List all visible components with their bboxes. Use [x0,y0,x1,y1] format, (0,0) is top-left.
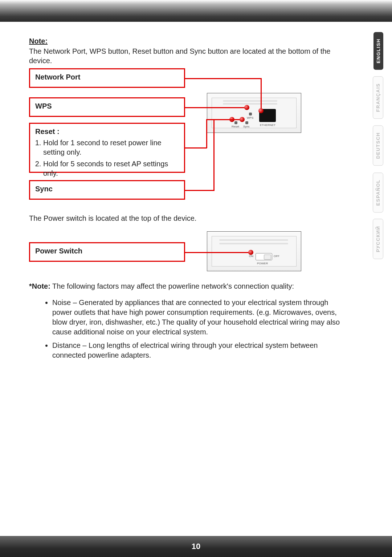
lang-tab-russian[interactable]: РУССКИЙ [373,219,383,259]
top-gradient-bar [0,0,392,22]
wps-tiny-label: WPS [247,116,253,119]
marker-dot-power [248,250,253,255]
note-body: The Network Port, WPS button, Reset butt… [29,46,341,65]
device-top-photo: ON OFF POWER [207,231,301,271]
wps-button-icon [249,113,252,115]
callout-power-switch-label: Power Switch [35,247,179,255]
callout-wps-label: WPS [35,102,179,110]
marker-dot-wps [244,105,249,110]
callout-reset-item1: Hold for 1 second to reset power line se… [43,138,179,157]
power-intro: The Power switch is located at the top o… [29,214,341,223]
power-section: The Power switch is located at the top o… [29,214,341,364]
callout-sync-label: Sync [35,185,179,193]
device-top-panel: ON OFF POWER [212,236,297,267]
page-number: 10 [192,542,200,551]
marker-dot-network-port [258,108,264,113]
lang-tab-francais[interactable]: FRANÇAIS [373,76,383,119]
footnote-lead-rest: The following factors may affect the pow… [50,282,294,290]
on-label: ON [249,255,253,258]
callout-power-switch: Power Switch [29,242,185,262]
callout-sync: Sync [29,180,185,200]
callout-reset: Reset : Hold for 1 second to reset power… [29,123,185,173]
lang-tab-espanol[interactable]: ESPAÑOL [373,172,383,212]
callout-network-port-label: Network Port [35,73,179,81]
callout-reset-item2: Hold for 5 seconds to reset AP settings … [43,159,179,178]
marker-dot-sync [240,117,245,122]
reset-tiny-label: Reset [232,125,239,128]
ethernet-label: ETHERNET [260,123,275,127]
footnote-bullets: Noise – Generated by appliances that are… [29,298,341,360]
device-bottom-photo: ETHERNET WPS Reset Sync [207,93,301,133]
footnote-lead: *Note: The following factors may affect … [29,282,341,290]
language-tabs: ENGLISH FRANÇAIS DEUTSCH ESPAÑOL РУССКИЙ [373,32,383,259]
note-block: Note: The Network Port, WPS button, Rese… [29,36,341,66]
callout-reset-title: Reset : [35,127,179,136]
page-number-bar: 10 [0,536,392,557]
manual-page: ENGLISH FRANÇAIS DEUTSCH ESPAÑOL РУССКИЙ… [0,0,392,557]
callout-wps: WPS [29,97,185,117]
note-heading: Note: [29,37,48,45]
reset-button-icon [234,121,237,124]
callout-reset-list: Hold for 1 second to reset power line se… [35,138,179,178]
footnote-bullet-distance: Distance – Long lengths of electrical wi… [52,341,341,360]
callout-network-port: Network Port [29,68,185,88]
off-label: OFF [274,255,279,258]
sync-tiny-label: Sync [243,125,250,128]
footnote-lead-bold: *Note: [29,282,50,290]
footnote-bullet-noise: Noise – Generated by appliances that are… [52,298,341,337]
device-bottom-panel: ETHERNET WPS Reset Sync [212,98,297,128]
lang-tab-english[interactable]: ENGLISH [373,32,383,70]
power-label: POWER [257,262,268,265]
lang-tab-deutsch[interactable]: DEUTSCH [373,125,383,166]
callout-diagram-top: Network Port WPS Reset : Hold for 1 seco… [29,68,356,206]
power-switch-icon [256,253,272,260]
sync-button-icon [245,121,248,124]
